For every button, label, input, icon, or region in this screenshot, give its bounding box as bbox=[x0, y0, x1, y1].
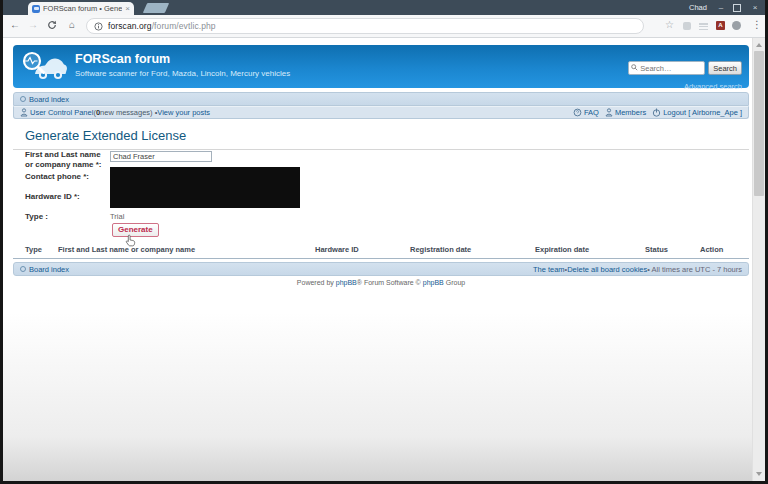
col-name: First and Last name or company name bbox=[58, 245, 315, 254]
search-button[interactable]: Search bbox=[708, 61, 742, 75]
redacted-area bbox=[110, 167, 300, 208]
delete-cookies-link[interactable]: Delete all board cookies bbox=[567, 265, 647, 274]
phpbb-group-link[interactable]: phpBB bbox=[423, 279, 444, 286]
extension-icon[interactable] bbox=[683, 22, 691, 30]
tab-close-icon[interactable]: × bbox=[125, 5, 130, 13]
maximize-icon bbox=[733, 4, 741, 12]
col-expiration-date: Expiration date bbox=[535, 245, 645, 254]
tab-bar: FORScan forum • Gene × Chad – × bbox=[3, 0, 765, 15]
forum-header-banner: FORScan forum Software scanner for Ford,… bbox=[13, 45, 749, 88]
chrome-profile-name[interactable]: Chad bbox=[689, 3, 707, 12]
url-bar[interactable]: forscan.org/forum/evtlic.php bbox=[86, 18, 644, 34]
col-registration-date: Registration date bbox=[410, 245, 535, 254]
ucp-messages-post: new messages) • bbox=[100, 108, 157, 117]
user-nav-bar: User Control Panel ( 0 new messages) • V… bbox=[13, 106, 749, 119]
scroll-down-icon[interactable] bbox=[756, 472, 762, 476]
col-action: Action bbox=[700, 245, 749, 254]
view-your-posts-link[interactable]: View your posts bbox=[157, 108, 210, 117]
browser-window: FORScan forum • Gene × Chad – × ← → ⌂ fo… bbox=[3, 0, 765, 481]
scrollbar-thumb[interactable] bbox=[754, 51, 764, 196]
logout-link[interactable]: Logout [ Airborne_Ape ] bbox=[663, 108, 742, 117]
powered-mid: ® Forum Software © bbox=[357, 279, 423, 286]
col-hardware-id: Hardware ID bbox=[315, 245, 410, 254]
address-bar: ← → ⌂ forscan.org/forum/evtlic.php ☆ A ⋮ bbox=[3, 15, 765, 38]
adobe-extension-icon[interactable]: A bbox=[716, 21, 725, 30]
name-input[interactable] bbox=[110, 151, 212, 162]
browser-tab[interactable]: FORScan forum • Gene × bbox=[28, 2, 134, 15]
window-minimize-button[interactable]: – bbox=[715, 2, 727, 13]
footer-board-index-link[interactable]: Board index bbox=[29, 265, 69, 274]
scroll-up-icon[interactable] bbox=[756, 43, 762, 47]
window-maximize-button[interactable] bbox=[731, 2, 743, 15]
user-icon bbox=[20, 108, 28, 117]
forscan-logo-icon[interactable] bbox=[21, 50, 67, 87]
license-table-header: Type First and Last name or company name… bbox=[13, 243, 749, 259]
footer-board-index-icon bbox=[20, 266, 26, 272]
advanced-search-link[interactable]: Advanced search bbox=[684, 82, 742, 91]
bookmark-star-icon[interactable]: ☆ bbox=[665, 19, 674, 30]
logout-icon bbox=[652, 108, 661, 117]
page-title: Generate Extended License bbox=[13, 126, 749, 150]
contact-phone-label: Contact phone *: bbox=[25, 172, 109, 182]
url-path: /forum/evtlic.php bbox=[152, 21, 216, 31]
breadcrumb-bar: Board index bbox=[13, 92, 749, 106]
search-input[interactable] bbox=[628, 61, 705, 75]
board-index-link[interactable]: Board index bbox=[29, 95, 69, 104]
footer-bar: Board index The team • Delete all board … bbox=[13, 262, 749, 276]
home-icon[interactable]: ⌂ bbox=[65, 19, 79, 30]
powered-suffix: Group bbox=[444, 279, 465, 286]
col-type: Type bbox=[25, 245, 58, 254]
powered-prefix: Powered by bbox=[297, 279, 336, 286]
page-scrollbar[interactable] bbox=[752, 38, 765, 481]
page-viewport: FORScan forum Software scanner for Ford,… bbox=[3, 38, 752, 481]
members-icon bbox=[605, 108, 613, 117]
type-label: Type : bbox=[25, 212, 109, 222]
faq-icon bbox=[573, 108, 582, 117]
board-index-icon bbox=[20, 96, 26, 102]
site-title[interactable]: FORScan forum bbox=[75, 52, 170, 66]
url-text[interactable]: forscan.org/forum/evtlic.php bbox=[108, 21, 216, 31]
extension-lines-icon[interactable] bbox=[699, 23, 708, 30]
col-status: Status bbox=[645, 245, 700, 254]
forscan-favicon-icon bbox=[32, 5, 40, 13]
search-area: Search Advanced search bbox=[628, 61, 742, 93]
back-icon[interactable]: ← bbox=[8, 19, 22, 30]
members-link[interactable]: Members bbox=[615, 108, 646, 117]
powered-by-line: Powered by phpBB® Forum Software © phpBB… bbox=[13, 279, 749, 286]
tab-title: FORScan forum • Gene bbox=[43, 4, 122, 13]
extension-circle-icon[interactable] bbox=[732, 21, 741, 30]
user-control-panel-link[interactable]: User Control Panel bbox=[30, 108, 93, 117]
name-label: First and Last name or company name *: bbox=[25, 150, 109, 171]
new-tab-button[interactable] bbox=[143, 3, 169, 13]
reload-icon[interactable] bbox=[45, 20, 59, 32]
site-subtitle: Software scanner for Ford, Mazda, Lincol… bbox=[75, 69, 290, 78]
phpbb-link[interactable]: phpBB bbox=[336, 279, 357, 286]
url-host: forscan.org bbox=[108, 21, 152, 31]
the-team-link[interactable]: The team bbox=[533, 265, 565, 274]
chrome-menu-icon[interactable]: ⋮ bbox=[752, 19, 762, 30]
window-close-button[interactable]: × bbox=[749, 2, 761, 13]
faq-link[interactable]: FAQ bbox=[584, 108, 599, 117]
search-icon bbox=[631, 64, 638, 71]
forward-icon: → bbox=[26, 19, 40, 30]
hardware-id-label: Hardware ID *: bbox=[25, 192, 109, 202]
info-icon[interactable] bbox=[94, 17, 103, 35]
timezone-text: • All times are UTC - 7 hours bbox=[647, 265, 742, 274]
type-value: Trial bbox=[110, 212, 124, 221]
